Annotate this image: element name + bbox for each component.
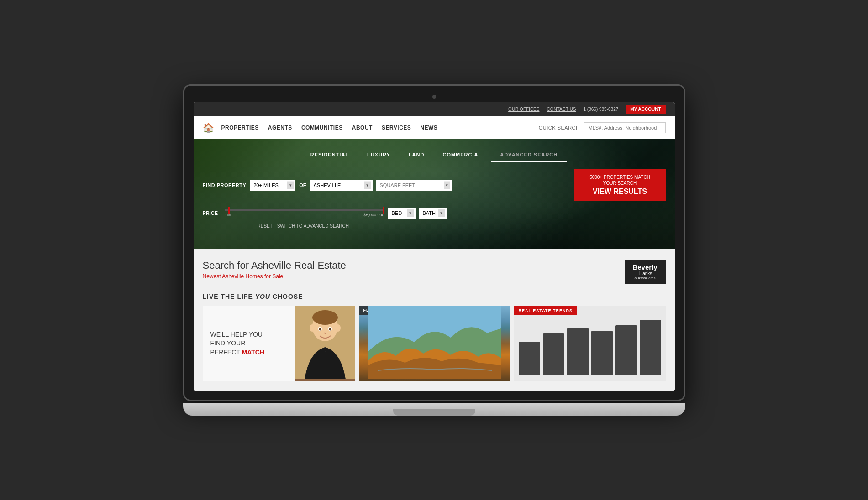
featured-community-card[interactable]: FEATURED COMMUNITY bbox=[359, 306, 510, 381]
svg-point-4 bbox=[335, 324, 341, 332]
tab-advanced-search[interactable]: ADVANCED SEARCH bbox=[491, 148, 567, 162]
trends-label: REAL ESTATE TRENDS bbox=[514, 306, 578, 315]
nav-agents[interactable]: AGENTS bbox=[268, 125, 292, 131]
nav-properties[interactable]: PROPERTIES bbox=[221, 125, 259, 131]
home-icon[interactable]: 🏠 bbox=[203, 122, 214, 133]
bh-line3: & Associates bbox=[630, 276, 660, 280]
svg-point-8 bbox=[329, 328, 331, 331]
laptop-screen: OUR OFFICES CONTACT US 1 (866) 985-0327 … bbox=[183, 84, 685, 401]
bar-2 bbox=[543, 333, 564, 375]
svg-point-7 bbox=[319, 328, 321, 331]
svg-point-2 bbox=[312, 310, 338, 325]
agent-line2: FIND YOUR bbox=[210, 339, 246, 347]
tab-luxury[interactable]: LUXURY bbox=[358, 148, 400, 162]
tab-residential[interactable]: RESIDENTIAL bbox=[301, 148, 358, 162]
content-header: Search for Asheville Real Estate Newest … bbox=[203, 260, 666, 284]
price-slider[interactable]: min $5,000,000 bbox=[225, 209, 384, 217]
content-title-group: Search for Asheville Real Estate Newest … bbox=[203, 260, 346, 280]
agent-tagline: WE'LL HELP YOU FIND YOUR PERFECT MATCH bbox=[210, 330, 288, 357]
agent-match: MATCH bbox=[242, 349, 264, 356]
bar-4 bbox=[591, 331, 613, 375]
agent-line3: PERFECT bbox=[210, 349, 240, 356]
bh-line2: -Hanks bbox=[630, 271, 660, 276]
cards-row: WE'LL HELP YOU FIND YOUR PERFECT MATCH bbox=[203, 306, 666, 381]
bar-1 bbox=[519, 342, 540, 375]
sqft-select-wrapper bbox=[376, 180, 452, 191]
laptop-frame: OUR OFFICES CONTACT US 1 (866) 985-0327 … bbox=[183, 84, 685, 416]
nav-bar: 🏠 PROPERTIES AGENTS COMMUNITIES ABOUT SE… bbox=[194, 116, 675, 139]
location-select-wrapper: ASHEVILLE WEAVERVILLE HENDERSONVILLE bbox=[310, 180, 373, 191]
agent-line1: WE'LL HELP YOU bbox=[210, 331, 263, 338]
price-slider-track bbox=[225, 209, 384, 211]
my-account-button[interactable]: MY ACCOUNT bbox=[626, 105, 665, 114]
laptop-base bbox=[183, 403, 685, 416]
advanced-search-link[interactable]: SWITCH TO ADVANCED SEARCH bbox=[277, 224, 349, 229]
sqft-input[interactable] bbox=[376, 180, 452, 191]
live-label: LIVE THE LIFE bbox=[203, 293, 253, 300]
view-results-button[interactable]: 5000+ PROPERTIES MATCH YOUR SEARCH VIEW … bbox=[574, 169, 666, 201]
nav-news[interactable]: NEWS bbox=[420, 125, 437, 131]
real-estate-trends-card[interactable]: REAL ESTATE TRENDS bbox=[514, 306, 666, 381]
reset-row: RESET | SWITCH TO ADVANCED SEARCH bbox=[248, 221, 675, 233]
top-bar: OUR OFFICES CONTACT US 1 (866) 985-0327 … bbox=[194, 102, 675, 116]
you-label: YOU bbox=[255, 293, 270, 300]
hero-section: RESIDENTIAL LUXURY LAND COMMERCIAL ADVAN… bbox=[194, 139, 675, 249]
agent-photo bbox=[295, 306, 355, 381]
bed-select[interactable]: BED 1 2 3 4+ bbox=[388, 208, 416, 219]
contact-us-link[interactable]: CONTACT US bbox=[547, 107, 576, 112]
choose-label: CHOOSE bbox=[273, 293, 303, 300]
content-section: Search for Asheville Real Estate Newest … bbox=[194, 249, 675, 391]
view-results-label: VIEW RESULTS bbox=[584, 187, 657, 197]
distance-select[interactable]: 20+ MILES 5 MILES 10 MILES 15 MILES bbox=[250, 180, 295, 191]
bar-6 bbox=[640, 320, 661, 375]
bh-line1: Beverly bbox=[630, 263, 660, 271]
of-label: OF bbox=[299, 182, 306, 188]
bar-3 bbox=[567, 328, 589, 375]
bed-select-wrapper: BED 1 2 3 4+ bbox=[388, 208, 416, 219]
bar-5 bbox=[615, 325, 637, 375]
results-match-text: PROPERTIES MATCH YOUR SEARCH bbox=[603, 175, 650, 186]
price-thumb-left[interactable] bbox=[228, 207, 230, 214]
results-count: 5000+ bbox=[589, 175, 602, 180]
hero-tabs: RESIDENTIAL LUXURY LAND COMMERCIAL ADVAN… bbox=[194, 139, 675, 162]
agent-card[interactable]: WE'LL HELP YOU FIND YOUR PERFECT MATCH bbox=[203, 306, 355, 381]
tab-commercial[interactable]: COMMERCIAL bbox=[433, 148, 491, 162]
svg-point-3 bbox=[310, 324, 315, 332]
camera-dot bbox=[432, 95, 436, 99]
bath-select-wrapper: BATH 1 2 3 4+ bbox=[419, 208, 447, 219]
screen-inner: OUR OFFICES CONTACT US 1 (866) 985-0327 … bbox=[194, 102, 675, 391]
location-select[interactable]: ASHEVILLE WEAVERVILLE HENDERSONVILLE bbox=[310, 180, 373, 191]
distance-select-wrapper: 20+ MILES 5 MILES 10 MILES 15 MILES bbox=[250, 180, 295, 191]
phone-number: 1 (866) 985-0327 bbox=[584, 107, 619, 112]
price-thumb-right[interactable] bbox=[383, 207, 384, 214]
page-title: Search for Asheville Real Estate bbox=[203, 260, 346, 271]
our-offices-link[interactable]: OUR OFFICES bbox=[508, 107, 539, 112]
price-slider-fill bbox=[225, 209, 384, 211]
bath-select[interactable]: BATH 1 2 3 4+ bbox=[419, 208, 447, 219]
results-count-text: 5000+ PROPERTIES MATCH YOUR SEARCH bbox=[584, 174, 657, 186]
tab-land[interactable]: LAND bbox=[400, 148, 434, 162]
nav-services[interactable]: SERVICES bbox=[382, 125, 411, 131]
search-form: FIND PROPERTY 20+ MILES 5 MILES 10 MILES… bbox=[194, 162, 675, 205]
price-max-label: $5,000,000 bbox=[363, 213, 384, 217]
nav-about[interactable]: ABOUT bbox=[352, 125, 373, 131]
reset-link[interactable]: RESET bbox=[258, 224, 273, 229]
trends-chart bbox=[514, 315, 666, 375]
bh-logo[interactable]: Beverly -Hanks & Associates bbox=[625, 260, 666, 284]
agent-text: WE'LL HELP YOU FIND YOUR PERFECT MATCH bbox=[203, 306, 295, 381]
price-row: PRICE min $5,000,000 bbox=[194, 205, 675, 221]
price-label: PRICE bbox=[203, 210, 221, 216]
find-property-label: FIND PROPERTY bbox=[203, 182, 247, 188]
nav-communities[interactable]: COMMUNITIES bbox=[301, 125, 343, 131]
content-subtitle[interactable]: Newest Asheville Homes for Sale bbox=[203, 273, 346, 280]
live-life-label: LIVE THE LIFE YOU CHOOSE bbox=[203, 293, 666, 300]
nav-links: PROPERTIES AGENTS COMMUNITIES ABOUT SERV… bbox=[221, 125, 539, 131]
search-input[interactable] bbox=[584, 122, 666, 133]
quick-search-label: QUICK SEARCH bbox=[539, 125, 580, 130]
